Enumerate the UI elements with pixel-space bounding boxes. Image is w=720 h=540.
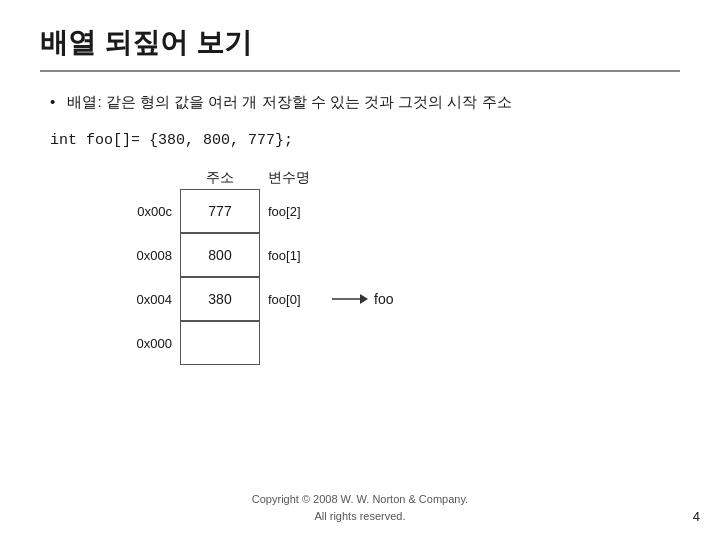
copyright: Copyright © 2008 W. W. Norton & Company.…: [0, 491, 720, 524]
slide: 배열 되짚어 보기 배열: 같은 형의 값을 여러 개 저장할 수 있는 것과 …: [0, 0, 720, 540]
table-row: 0x008 800 foo[1]: [100, 233, 330, 277]
bullet-1: 배열: 같은 형의 값을 여러 개 저장할 수 있는 것과 그것의 시작 주소: [40, 90, 680, 114]
header-juso: 주소: [180, 169, 260, 187]
slide-title: 배열 되짚어 보기: [40, 24, 680, 72]
cell-0x008: 800: [180, 233, 260, 277]
diagram: 주소 변수명 0x00c 777 foo[2] 0x008 800 foo[1]…: [100, 169, 680, 365]
diagram-header: 주소 변수명: [100, 169, 340, 187]
table-row: 0x004 380 foo[0] foo: [100, 277, 393, 321]
copyright-line1: Copyright © 2008 W. W. Norton & Company.: [0, 491, 720, 508]
foo-arrow: [332, 290, 368, 308]
header-varname: 변수명: [260, 169, 340, 187]
addr-0x004: 0x004: [100, 292, 180, 307]
foo-label: foo: [374, 291, 393, 307]
table-row: 0x000: [100, 321, 330, 365]
addr-0x000: 0x000: [100, 336, 180, 351]
svg-marker-1: [360, 294, 368, 304]
addr-0x008: 0x008: [100, 248, 180, 263]
table-row: 0x00c 777 foo[2]: [100, 189, 330, 233]
copyright-line2: All rights reserved.: [0, 508, 720, 525]
cell-0x004: 380: [180, 277, 260, 321]
varname-foo1: foo[1]: [260, 248, 330, 263]
varname-foo0: foo[0]: [260, 292, 330, 307]
code-block: int foo[]= {380, 800, 777};: [40, 132, 680, 149]
page-number: 4: [693, 509, 700, 524]
cell-0x00c: 777: [180, 189, 260, 233]
varname-foo2: foo[2]: [260, 204, 330, 219]
cell-0x000: [180, 321, 260, 365]
addr-0x00c: 0x00c: [100, 204, 180, 219]
